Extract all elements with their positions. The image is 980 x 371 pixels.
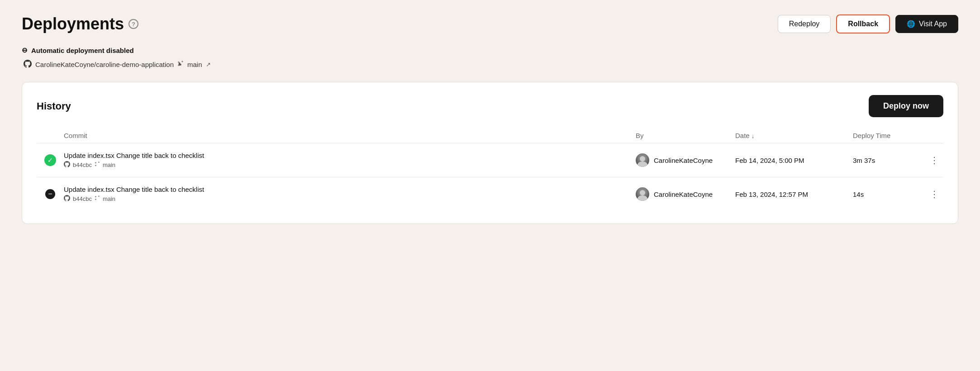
- branch-icon: [177, 61, 184, 68]
- auto-deploy-banner: ⊖ Automatic deployment disabled: [22, 46, 958, 54]
- success-check: ✓: [44, 154, 56, 166]
- commit-hash-1: b44cbc: [73, 162, 92, 168]
- commit-branch-1: main: [103, 162, 115, 168]
- external-link-icon[interactable]: ↗: [206, 61, 211, 68]
- col-commit: Commit: [64, 132, 636, 139]
- table-row: ✓ Update index.tsx Change title back to …: [37, 143, 943, 177]
- branch-small-icon-1: [95, 162, 100, 168]
- col-status: [37, 132, 64, 139]
- commit-meta-2: b44cbc main: [64, 195, 636, 203]
- visit-app-button[interactable]: 🌐 Visit App: [895, 15, 958, 33]
- table-header: Commit By Date ↓ Deploy Time: [37, 128, 943, 143]
- commit-branch-2: main: [103, 195, 115, 202]
- col-actions: [925, 132, 943, 139]
- branch-small-icon-2: [95, 195, 100, 202]
- more-options-1[interactable]: ⋮: [925, 155, 943, 166]
- rollback-button[interactable]: Rollback: [836, 14, 890, 33]
- history-header: History Deploy now: [37, 95, 943, 117]
- date-2: Feb 13, 2024, 12:57 PM: [735, 190, 853, 198]
- repo-info: CarolineKateCoyne/caroline-demo-applicat…: [22, 60, 958, 69]
- commit-info-2: Update index.tsx Change title back to ch…: [64, 186, 636, 203]
- stopped-icon: −: [45, 189, 55, 199]
- status-icon-success: ✓: [37, 154, 64, 166]
- history-title: History: [37, 100, 71, 112]
- redeploy-button[interactable]: Redeploy: [778, 15, 831, 33]
- help-icon[interactable]: ?: [128, 19, 138, 29]
- more-options-2[interactable]: ⋮: [925, 189, 943, 200]
- github-small-icon-2: [64, 195, 70, 203]
- username-1: CarolineKateCoyne: [654, 157, 713, 164]
- deploy-time-2: 14s: [853, 190, 925, 198]
- by-cell-2: CarolineKateCoyne: [636, 187, 735, 201]
- auto-deploy-icon: ⊖: [22, 46, 28, 54]
- header-actions: Redeploy Rollback 🌐 Visit App: [778, 14, 958, 33]
- date-1: Feb 14, 2024, 5:00 PM: [735, 157, 853, 164]
- repo-branch: main: [187, 61, 202, 68]
- avatar-1: [636, 153, 649, 167]
- auto-deploy-text: Automatic deployment disabled: [31, 47, 134, 54]
- commit-info: Update index.tsx Change title back to ch…: [64, 152, 636, 169]
- commit-meta: b44cbc main: [64, 161, 636, 169]
- page-title-group: Deployments ?: [22, 14, 138, 33]
- commit-message-2: Update index.tsx Change title back to ch…: [64, 186, 636, 193]
- status-icon-stopped: −: [37, 189, 64, 199]
- repo-name[interactable]: CarolineKateCoyne/caroline-demo-applicat…: [35, 61, 174, 68]
- github-icon: [24, 60, 32, 69]
- commit-message: Update index.tsx Change title back to ch…: [64, 152, 636, 159]
- avatar-2: [636, 187, 649, 201]
- history-card: History Deploy now Commit By Date ↓ Depl…: [22, 82, 958, 224]
- table-row: − Update index.tsx Change title back to …: [37, 177, 943, 211]
- col-deploy-time: Deploy Time: [853, 132, 925, 139]
- by-cell-1: CarolineKateCoyne: [636, 153, 735, 167]
- deploy-now-button[interactable]: Deploy now: [869, 95, 943, 117]
- date-sort-arrow[interactable]: ↓: [752, 133, 755, 139]
- page-title: Deployments: [22, 14, 124, 33]
- page-header: Deployments ? Redeploy Rollback 🌐 Visit …: [22, 14, 958, 33]
- col-by: By: [636, 132, 735, 139]
- username-2: CarolineKateCoyne: [654, 190, 713, 198]
- deploy-time-1: 3m 37s: [853, 157, 925, 164]
- commit-hash-2: b44cbc: [73, 195, 92, 202]
- col-date: Date ↓: [735, 132, 853, 139]
- globe-icon: 🌐: [907, 20, 915, 28]
- github-small-icon: [64, 161, 70, 169]
